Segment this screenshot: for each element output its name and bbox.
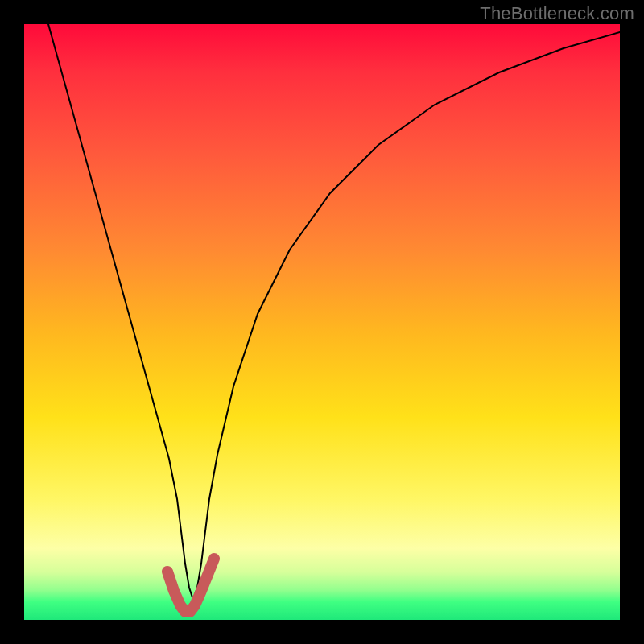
curve-layer bbox=[24, 24, 620, 620]
highlight-band bbox=[167, 559, 214, 612]
plot-area bbox=[24, 24, 620, 620]
main-curve bbox=[48, 24, 620, 600]
attribution-text: TheBottleneck.com bbox=[480, 3, 634, 24]
chart-frame: TheBottleneck.com bbox=[0, 0, 644, 644]
